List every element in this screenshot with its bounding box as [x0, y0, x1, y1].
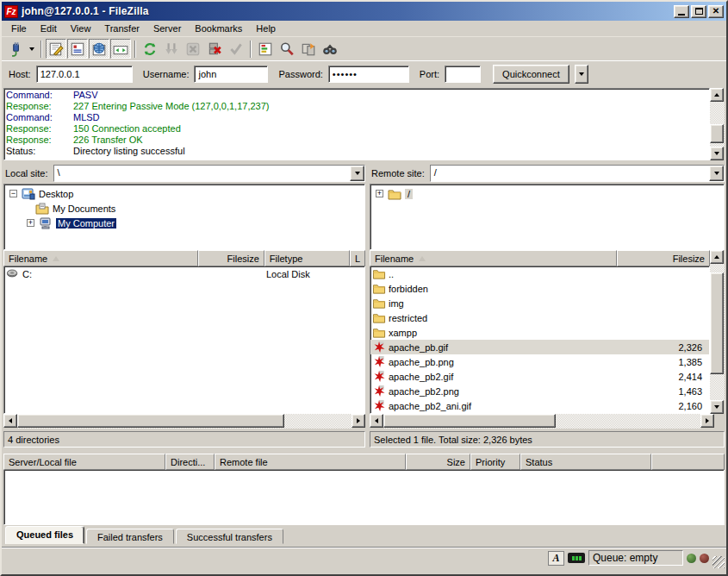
filter-button[interactable] — [255, 39, 276, 59]
remote-folder-row[interactable]: img — [370, 296, 709, 310]
scroll-down-button[interactable] — [710, 147, 724, 160]
local-horizontal-scrollbar[interactable] — [3, 414, 365, 429]
menu-server[interactable]: Server — [147, 22, 187, 35]
scroll-up-button[interactable] — [710, 250, 724, 264]
scrollbar-track[interactable] — [710, 264, 725, 400]
close-button[interactable]: ✕ — [708, 5, 724, 18]
column-header-filesize[interactable]: Filesize — [617, 250, 710, 266]
queue-toggle-button[interactable] — [110, 39, 131, 59]
quickconnect-button[interactable]: Quickconnect — [493, 65, 569, 84]
scroll-right-button[interactable] — [352, 414, 365, 428]
local-site-combo[interactable]: \ — [53, 165, 365, 182]
scrollbar-thumb[interactable] — [710, 124, 724, 143]
queue-list[interactable] — [3, 470, 725, 525]
column-header-remote-file[interactable]: Remote file — [215, 454, 406, 470]
log-scrollbar[interactable] — [710, 88, 725, 160]
scroll-right-button[interactable] — [700, 414, 714, 428]
column-header-filetype[interactable]: Filetype — [264, 250, 350, 266]
menu-help[interactable]: Help — [250, 22, 282, 35]
column-header-filename[interactable]: Filename — [3, 250, 198, 266]
expand-icon[interactable]: + — [376, 190, 383, 197]
cancel-button[interactable] — [183, 39, 203, 59]
column-header-filesize[interactable]: Filesize — [198, 250, 264, 266]
maximize-button[interactable] — [691, 5, 706, 18]
title-bar[interactable]: Fz john@127.0.0.1 - FileZilla ✕ — [2, 2, 726, 21]
tree-item-my-documents[interactable]: My Documents — [4, 201, 364, 216]
scrollbar-thumb[interactable] — [17, 414, 284, 428]
username-input[interactable] — [194, 66, 268, 83]
remote-file-row[interactable]: apache_pb2.png1,463 — [370, 384, 709, 398]
remote-horizontal-scrollbar[interactable] — [370, 414, 714, 429]
tab-queued-files[interactable]: Queued files — [5, 526, 84, 544]
find-button[interactable] — [320, 39, 340, 59]
tree-item-my-computer[interactable]: + My Computer — [4, 216, 364, 230]
host-input[interactable] — [36, 66, 133, 83]
quickconnect-dropdown-button[interactable] — [575, 65, 588, 84]
remote-vertical-scrollbar[interactable] — [710, 250, 725, 414]
log-line: Command:PASV — [6, 90, 707, 101]
tree-item-root[interactable]: + / — [370, 186, 724, 201]
message-log-toggle-button[interactable] — [46, 39, 66, 59]
remote-folder-row[interactable]: restricted — [370, 310, 709, 325]
resize-grip[interactable] — [712, 556, 725, 568]
local-site-dropdown-button[interactable] — [350, 166, 364, 181]
compare-button[interactable] — [298, 39, 319, 59]
collapse-icon[interactable]: − — [9, 190, 17, 197]
scrollbar-thumb[interactable] — [383, 414, 556, 428]
search-button[interactable] — [277, 39, 297, 59]
scroll-left-button[interactable] — [3, 414, 17, 428]
scrollbar-track[interactable] — [383, 414, 700, 429]
expand-icon[interactable]: + — [27, 219, 34, 227]
menu-edit[interactable]: Edit — [34, 22, 63, 35]
port-input[interactable] — [445, 66, 481, 83]
log-line: Status:Directory listing successful — [6, 146, 707, 157]
menu-file[interactable]: File — [5, 22, 33, 35]
scroll-down-button[interactable] — [710, 400, 724, 414]
scrollbar-track[interactable] — [710, 102, 725, 147]
column-header-priority[interactable]: Priority — [470, 454, 520, 470]
column-header-server-local-file[interactable]: Server/Local file — [3, 454, 165, 470]
column-header-filename[interactable]: Filename — [370, 250, 617, 266]
remote-site-combo[interactable]: / — [430, 165, 725, 182]
tree-item-desktop[interactable]: − Desktop — [4, 186, 364, 201]
scrollbar-track[interactable] — [17, 414, 352, 429]
local-tree[interactable]: − Desktop My Documents + My Computer — [3, 184, 365, 250]
scroll-up-button[interactable] — [710, 88, 724, 102]
remote-file-row-selected[interactable]: apache_pb.gif2,326 — [370, 340, 709, 354]
column-header-size[interactable]: Size — [406, 454, 470, 470]
remote-file-list[interactable]: .. forbidden img restricted xampp apache… — [370, 266, 710, 414]
menu-bookmarks[interactable]: Bookmarks — [189, 22, 248, 35]
password-input[interactable] — [328, 66, 409, 83]
disconnect-button[interactable] — [204, 39, 225, 59]
column-header-direction[interactable]: Directi... — [165, 454, 215, 470]
speed-limits-icon[interactable] — [568, 553, 585, 563]
menu-transfer[interactable]: Transfer — [98, 22, 146, 35]
menu-view[interactable]: View — [65, 22, 97, 35]
remote-file-row[interactable]: apache_pb2.gif2,414 — [370, 369, 709, 384]
reconnect-button[interactable] — [226, 39, 246, 59]
scroll-left-button[interactable] — [370, 414, 383, 428]
tab-failed-transfers[interactable]: Failed transfers — [86, 529, 174, 544]
remote-tree[interactable]: + / — [370, 184, 725, 250]
remote-file-row[interactable]: apache_pb.png1,385 — [370, 354, 709, 369]
remote-folder-row[interactable]: forbidden — [370, 281, 709, 296]
connect-button[interactable] — [5, 39, 26, 59]
column-header-status[interactable]: Status — [520, 454, 651, 470]
local-file-list[interactable]: C: Local Disk — [3, 266, 365, 414]
refresh-button[interactable] — [140, 39, 160, 59]
minimize-button[interactable] — [674, 5, 689, 18]
remote-site-dropdown-button[interactable] — [709, 166, 724, 181]
remote-file-row[interactable]: apache_pb2_ani.gif2,160 — [370, 398, 709, 413]
scrollbar-thumb[interactable] — [710, 272, 724, 374]
local-tree-toggle-button[interactable] — [67, 39, 88, 59]
connect-dropdown-button[interactable] — [27, 39, 37, 59]
remote-folder-row[interactable]: .. — [370, 266, 709, 281]
remote-tree-toggle-button[interactable] — [89, 39, 109, 59]
message-log[interactable]: Command:PASV Response:227 Entering Passi… — [3, 88, 710, 160]
column-header-last-modified[interactable]: L — [350, 250, 365, 266]
transfer-type-indicator-icon[interactable]: A — [548, 551, 564, 566]
local-file-row[interactable]: C: Local Disk — [4, 266, 364, 281]
remote-folder-row[interactable]: xampp — [370, 325, 709, 340]
tab-successful-transfers[interactable]: Successful transfers — [176, 529, 283, 544]
process-queue-button[interactable] — [161, 39, 182, 59]
